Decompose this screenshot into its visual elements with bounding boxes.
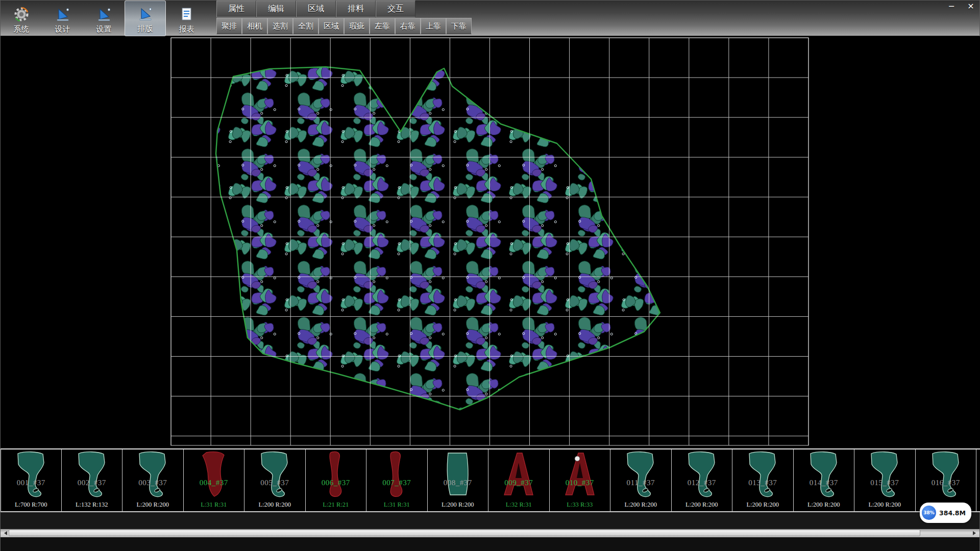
settings-icon <box>96 5 112 24</box>
piece-name: 015_#37 <box>854 479 915 487</box>
piece-lr-count: L:700 R:700 <box>1 501 61 509</box>
piece-thumbnail-shape <box>620 450 661 497</box>
piece-thumbnail-shape <box>498 450 539 497</box>
button-align-top[interactable]: 上靠 <box>421 18 446 34</box>
app-label: 设计 <box>55 24 70 34</box>
piece-name: 006_#37 <box>306 479 366 487</box>
app-label: 排版 <box>138 24 153 34</box>
app-button-system[interactable]: 系统 <box>1 1 42 36</box>
piece-thumbnail-shape <box>437 450 478 497</box>
piece-lr-count: L:200 R:200 <box>672 501 732 509</box>
piece-lr-count: L:200 R:200 <box>122 501 183 509</box>
piece-lr-count: L:200 R:200 <box>428 501 488 509</box>
app-window: 系统 设计 <box>0 0 980 551</box>
app-label: 报表 <box>179 24 194 34</box>
thumbnail-cell[interactable]: 011_#37L:200 R:200 <box>610 449 672 511</box>
button-align-bottom[interactable]: 下靠 <box>446 18 472 34</box>
thumbnail-cell[interactable]: 013_#37L:200 R:200 <box>732 449 794 511</box>
piece-thumbnail-shape <box>925 450 966 497</box>
piece-lr-count: L:200 R:200 <box>244 501 305 509</box>
app-label: 设置 <box>96 24 112 34</box>
piece-name: 004_#37 <box>184 479 244 487</box>
thumbnail-cell[interactable]: 005_#37L:200 R:200 <box>244 449 306 511</box>
thumbnail-cell[interactable]: 004_#37L:31 R:31 <box>184 449 245 511</box>
thumbnail-cell[interactable]: 001_#37L:700 R:700 <box>1 449 62 511</box>
piece-name: 011_#37 <box>610 479 671 487</box>
horizontal-scrollbar[interactable] <box>1 529 979 537</box>
piece-name: 012_#37 <box>672 479 732 487</box>
piece-name: 007_#37 <box>366 479 427 487</box>
window-bottom-bar <box>1 537 979 551</box>
menu-tabs: 属性 编辑 区域 排料 交互 <box>216 1 472 17</box>
menu-area: 属性 编辑 区域 排料 交互 聚排 相机 选割 全割 区域 瑕疵 左靠 右靠 上… <box>216 1 472 35</box>
piece-lr-count: L:200 R:200 <box>794 501 854 509</box>
piece-thumbnail-shape <box>132 450 173 497</box>
app-button-layout[interactable]: 排版 <box>125 1 166 36</box>
button-cluster-nest[interactable]: 聚排 <box>216 18 242 34</box>
button-select-cut[interactable]: 选割 <box>267 18 293 34</box>
thumbnail-cell[interactable]: 016_#37L:200 R:200 <box>916 449 977 511</box>
piece-thumbnail-shape <box>803 450 844 497</box>
button-camera[interactable]: 相机 <box>242 18 267 34</box>
app-button-report[interactable]: 报表 <box>166 1 207 36</box>
tab-region[interactable]: 区域 <box>296 1 336 17</box>
progress-badge: 38% <box>922 506 936 520</box>
window-controls: ─ ✕ <box>946 1 976 11</box>
piece-lr-count: L:31 R:31 <box>366 501 427 509</box>
design-icon <box>55 5 70 24</box>
button-align-right[interactable]: 右靠 <box>395 18 421 34</box>
piece-thumbnail-shape <box>742 450 783 497</box>
piece-thumbnail-shape <box>864 450 905 497</box>
button-region[interactable]: 区域 <box>318 18 344 34</box>
nesting-canvas[interactable] <box>1 36 980 448</box>
button-cut-all[interactable]: 全割 <box>293 18 318 34</box>
piece-thumbnail-shape <box>376 450 417 497</box>
scrollbar-thumb[interactable] <box>9 530 920 536</box>
app-button-design[interactable]: 设计 <box>42 1 83 36</box>
status-pill: 38% 384.8M <box>920 503 971 523</box>
thumbnail-cell[interactable]: 009_#37L:32 R:31 <box>488 449 550 511</box>
thumbnail-cell[interactable]: 002_#37L:132 R:132 <box>62 449 123 511</box>
thumbnail-cell[interactable]: 006_#37L:21 R:21 <box>306 449 367 511</box>
piece-lr-count: L:132 R:132 <box>62 501 122 509</box>
scrollbar-left-arrow[interactable] <box>1 529 9 537</box>
thumbnail-cell[interactable]: 003_#37L:200 R:200 <box>122 449 184 511</box>
tab-nesting[interactable]: 排料 <box>336 1 376 17</box>
toolbar: 系统 设计 <box>1 1 979 36</box>
piece-name: 001_#37 <box>1 479 61 487</box>
piece-lr-count: L:33 R:33 <box>550 501 610 509</box>
scrollbar-right-arrow[interactable] <box>971 529 979 537</box>
thumbnail-cell[interactable]: 015_#37L:200 R:200 <box>854 449 916 511</box>
tab-edit[interactable]: 编辑 <box>256 1 296 17</box>
minimize-button[interactable]: ─ <box>946 1 957 11</box>
leather-hide[interactable] <box>216 67 660 410</box>
button-align-left[interactable]: 左靠 <box>370 18 395 34</box>
tab-interaction[interactable]: 交互 <box>376 1 415 17</box>
gear-icon <box>13 5 30 24</box>
piece-thumbnail-strip: 001_#37L:700 R:700002_#37L:132 R:132003_… <box>1 448 980 512</box>
piece-name: 010_#37 <box>550 479 610 487</box>
button-defect[interactable]: 瑕疵 <box>344 18 370 34</box>
piece-thumbnail-shape <box>681 450 722 497</box>
piece-thumbnail-shape <box>559 450 600 497</box>
piece-lr-count: L:200 R:200 <box>732 501 793 509</box>
piece-name: 016_#37 <box>916 479 976 487</box>
tool-buttons: 聚排 相机 选割 全割 区域 瑕疵 左靠 右靠 上靠 下靠 <box>216 17 472 35</box>
app-button-settings[interactable]: 设置 <box>83 1 125 36</box>
piece-name: 014_#37 <box>794 479 854 487</box>
close-button[interactable]: ✕ <box>965 1 976 11</box>
piece-name: 003_#37 <box>122 479 183 487</box>
piece-lr-count: L:21 R:21 <box>306 501 366 509</box>
tab-properties[interactable]: 属性 <box>216 1 256 17</box>
layout-icon <box>138 4 153 23</box>
thumbnail-cell[interactable]: 014_#37L:200 R:200 <box>794 449 855 511</box>
thumbnail-cell[interactable]: 012_#37L:200 R:200 <box>672 449 733 511</box>
piece-lr-count: L:200 R:200 <box>610 501 671 509</box>
thumbnail-cell[interactable]: 008_#37L:200 R:200 <box>428 449 489 511</box>
piece-lr-count: L:31 R:31 <box>184 501 244 509</box>
thumbnail-cell[interactable]: 007_#37L:31 R:31 <box>366 449 428 511</box>
thumbnail-cell[interactable]: 010_#37L:33 R:33 <box>550 449 611 511</box>
piece-name: 005_#37 <box>244 479 305 487</box>
piece-name: 013_#37 <box>732 479 793 487</box>
piece-thumbnail-shape <box>11 450 52 497</box>
